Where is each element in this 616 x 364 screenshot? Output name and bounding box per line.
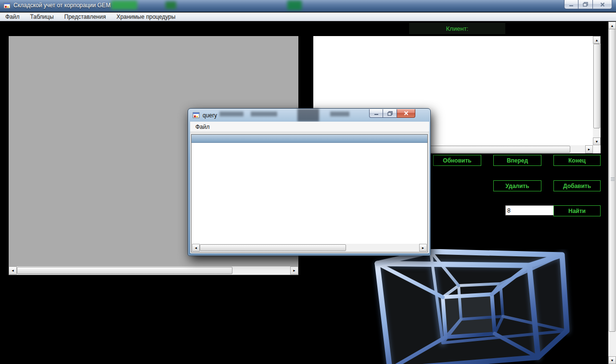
scroll-right-button[interactable]: ► xyxy=(290,266,298,275)
desktop-glow xyxy=(111,0,137,10)
menu-views[interactable]: Представления xyxy=(59,13,111,21)
close-button[interactable] xyxy=(593,0,612,9)
scroll-up-icon: ▲ xyxy=(595,38,599,42)
clients-grid-hscrollbar[interactable]: ◄ ► xyxy=(9,266,298,275)
scroll-right-icon: ► xyxy=(293,269,296,272)
scroll-thumb[interactable] xyxy=(17,267,232,274)
desktop-glow xyxy=(287,0,302,10)
query-menu-file[interactable]: Файл xyxy=(190,122,215,132)
main-menubar: Файл Таблицы Представления Хранимые проц… xyxy=(0,13,616,21)
glass-ghost xyxy=(251,112,277,116)
add-button[interactable]: Добавить xyxy=(553,180,601,191)
menu-stored-procedures[interactable]: Хранимые процедуры xyxy=(111,13,181,21)
scroll-right-icon: ► xyxy=(422,246,425,250)
app-icon xyxy=(3,2,11,10)
restore-button[interactable] xyxy=(578,0,593,9)
query-menubar: Файл xyxy=(190,122,429,132)
query-grid-frame: ◄ ► xyxy=(191,134,428,252)
scroll-thumb[interactable] xyxy=(609,29,616,332)
minimize-icon xyxy=(374,111,379,115)
thumb-gripper xyxy=(611,177,615,181)
scroll-right-button[interactable]: ► xyxy=(419,244,427,251)
query-close-button[interactable] xyxy=(397,109,415,118)
menu-file[interactable]: Файл xyxy=(0,13,25,21)
forward-button[interactable]: Вперед xyxy=(493,155,541,166)
query-restore-button[interactable] xyxy=(383,109,397,118)
close-icon xyxy=(600,2,605,7)
query-client-area: Файл ◄ ► xyxy=(190,122,429,253)
find-button[interactable]: Найти xyxy=(553,205,601,216)
query-results-grid[interactable] xyxy=(192,143,427,242)
close-icon xyxy=(404,111,409,115)
query-window[interactable]: query Файл ◄ ► xyxy=(188,108,431,256)
client-label: Клиент: xyxy=(409,23,505,34)
query-window-icon xyxy=(192,112,200,119)
hypercube-image xyxy=(371,249,608,364)
scroll-left-button[interactable]: ◄ xyxy=(192,244,200,251)
query-grid-hscrollbar[interactable]: ◄ ► xyxy=(192,244,427,251)
query-titlebar[interactable]: query xyxy=(188,109,430,122)
restore-icon xyxy=(387,111,393,116)
scroll-left-button[interactable]: ◄ xyxy=(9,266,17,275)
desktop: { "window": { "title": "Складской учет о… xyxy=(0,0,616,364)
minimize-icon xyxy=(569,2,574,7)
scrollbar-corner xyxy=(593,145,601,153)
scroll-up-icon: ▲ xyxy=(611,24,614,27)
scroll-right-icon: ► xyxy=(588,148,591,151)
window-title: Складской учет от корпорации GEM xyxy=(13,2,111,9)
info-grid-vscrollbar[interactable]: ▲ ▼ xyxy=(593,36,601,145)
refresh-button[interactable]: Обновить xyxy=(433,155,481,166)
find-input[interactable] xyxy=(505,205,554,215)
scroll-left-icon: ◄ xyxy=(11,269,14,272)
scroll-down-icon: ▼ xyxy=(595,140,599,143)
main-titlebar[interactable]: Складской учет от корпорации GEM xyxy=(0,0,616,12)
menu-tables[interactable]: Таблицы xyxy=(25,13,59,21)
scroll-down-button[interactable]: ▼ xyxy=(608,356,616,364)
minimize-button[interactable] xyxy=(564,0,578,9)
scroll-thumb[interactable] xyxy=(200,244,346,251)
glass-ghost xyxy=(297,109,319,122)
restore-icon xyxy=(583,2,588,7)
delete-button[interactable]: Удалить xyxy=(493,180,541,191)
query-window-title: query xyxy=(203,112,217,119)
scroll-up-button[interactable]: ▲ xyxy=(608,22,616,29)
main-vscrollbar[interactable]: ▲ ▼ xyxy=(608,22,616,364)
scroll-down-button[interactable]: ▼ xyxy=(593,138,601,145)
query-grid-caption xyxy=(192,135,427,143)
scroll-up-button[interactable]: ▲ xyxy=(593,36,601,44)
scroll-left-icon: ◄ xyxy=(194,246,198,250)
glass-ghost xyxy=(330,112,349,116)
glass-ghost xyxy=(219,112,244,116)
query-minimize-button[interactable] xyxy=(369,109,383,118)
scroll-thumb[interactable] xyxy=(593,44,600,128)
scroll-down-icon: ▼ xyxy=(611,359,614,362)
end-button[interactable]: Конец xyxy=(553,155,601,166)
desktop-glow xyxy=(166,1,176,9)
scroll-right-button[interactable]: ► xyxy=(585,145,593,153)
